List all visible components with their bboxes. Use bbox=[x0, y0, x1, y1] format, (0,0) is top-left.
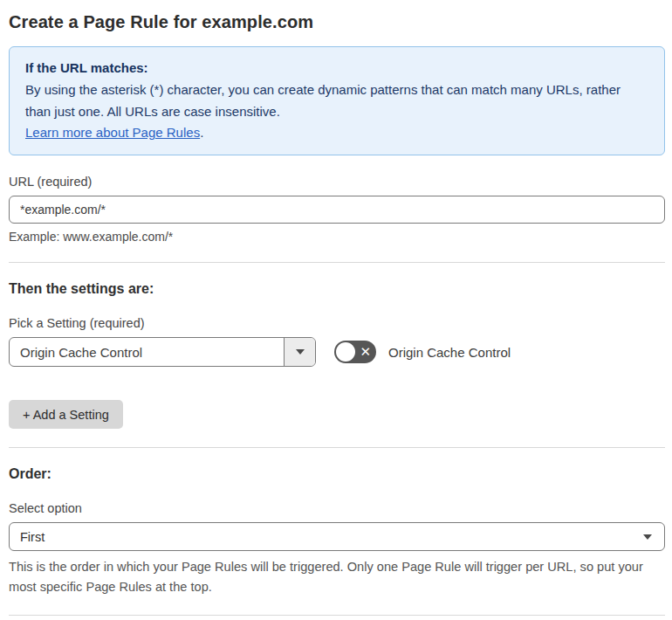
setting-row: Origin Cache Control ✕ Origin Cache Cont… bbox=[9, 337, 665, 367]
link-suffix: . bbox=[200, 125, 203, 140]
order-section-heading: Order: bbox=[9, 466, 665, 482]
setting-select-value: Origin Cache Control bbox=[10, 338, 284, 366]
origin-cache-control-toggle[interactable]: ✕ bbox=[334, 341, 376, 363]
order-select[interactable]: First bbox=[9, 522, 665, 551]
info-box-body: By using the asterisk (*) character, you… bbox=[25, 79, 648, 122]
url-match-info-box: If the URL matches: By using the asteris… bbox=[9, 46, 665, 155]
add-setting-button[interactable]: + Add a Setting bbox=[9, 400, 123, 429]
chevron-down-icon bbox=[296, 349, 305, 355]
divider bbox=[9, 615, 665, 616]
divider bbox=[9, 262, 665, 263]
page-title: Create a Page Rule for example.com bbox=[9, 12, 665, 32]
toggle-label: Origin Cache Control bbox=[388, 345, 511, 360]
chevron-down-icon bbox=[643, 534, 652, 540]
url-input[interactable] bbox=[9, 196, 665, 224]
toggle-off-x-icon: ✕ bbox=[360, 345, 371, 358]
order-select-value: First bbox=[20, 530, 643, 544]
info-box-heading: If the URL matches: bbox=[25, 58, 648, 79]
setting-select[interactable]: Origin Cache Control bbox=[9, 337, 316, 367]
info-box-link-line: Learn more about Page Rules. bbox=[25, 122, 648, 143]
pick-setting-label: Pick a Setting (required) bbox=[9, 316, 665, 330]
settings-section-heading: Then the settings are: bbox=[9, 281, 665, 297]
toggle-knob bbox=[336, 342, 355, 362]
url-field-label: URL (required) bbox=[9, 175, 665, 189]
page-rule-form: Create a Page Rule for example.com If th… bbox=[0, 0, 672, 620]
url-field-hint: Example: www.example.com/* bbox=[9, 230, 665, 244]
setting-select-arrow-button[interactable] bbox=[284, 338, 315, 366]
order-description: This is the order in which your Page Rul… bbox=[9, 557, 659, 596]
divider bbox=[9, 447, 665, 448]
order-select-label: Select option bbox=[9, 501, 665, 515]
learn-more-link[interactable]: Learn more about Page Rules bbox=[25, 125, 200, 140]
